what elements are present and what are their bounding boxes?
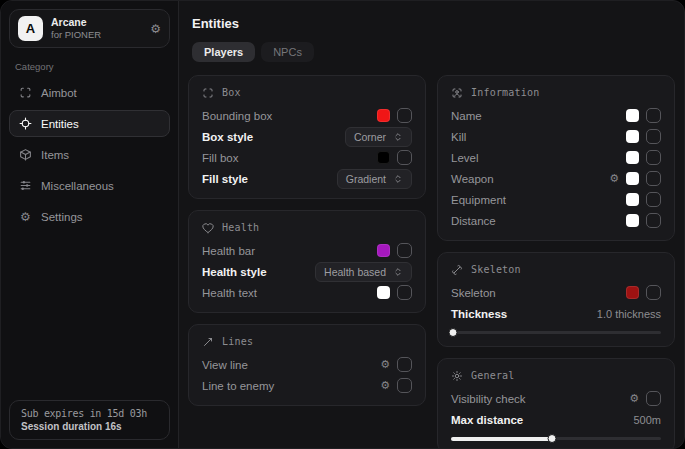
row-weapon: Weapon ⚙ [451,168,661,189]
color-swatch[interactable] [626,109,639,122]
settings-gear-icon[interactable]: ⚙ [150,23,161,35]
slider-thumb[interactable] [449,328,458,337]
tab-bar: Players NPCs [192,42,675,62]
color-swatch[interactable] [377,244,390,257]
health-text-checkbox[interactable] [397,285,412,300]
right-column: Information Name Kill [437,75,675,448]
sidebar-item-items[interactable]: Items [9,141,170,168]
row-fill-box: Fill box [202,147,412,168]
kill-checkbox[interactable] [646,129,661,144]
row-fill-style: Fill style Gradient [202,168,412,189]
card-skeleton: Skeleton Skeleton Thickness 1.0 thicknes… [437,252,675,347]
card-general-header: General [451,368,661,383]
row-distance: Distance [451,210,661,231]
row-skeleton: Skeleton [451,282,661,303]
brand-card: A Arcane for PIONER ⚙ [9,9,170,48]
person-scan-icon [451,87,463,99]
visibility-check-gear-icon[interactable]: ⚙ [629,393,639,404]
sidebar-item-entities[interactable]: Entities [9,110,170,137]
row-level: Level [451,147,661,168]
category-label: Category [15,61,164,72]
sidebar-item-label: Items [41,149,69,161]
row-name: Name [451,105,661,126]
session-duration-text: Session duration 16s [21,421,158,432]
color-swatch[interactable] [626,151,639,164]
row-view-line: View line ⚙ [202,354,412,375]
app-window: A Arcane for PIONER ⚙ Category Aimbot En… [0,0,685,449]
slider-thumb[interactable] [547,434,556,443]
card-skeleton-header: Skeleton [451,262,661,277]
slider-fill [451,437,552,441]
thickness-slider[interactable] [451,328,661,337]
target-icon [19,117,32,130]
bounding-box-icon [202,87,214,99]
skeleton-checkbox[interactable] [646,285,661,300]
app-logo: A [18,16,43,41]
card-title: Lines [222,336,253,347]
visibility-check-checkbox[interactable] [646,391,661,406]
color-swatch[interactable] [626,214,639,227]
card-box: Box Bounding box Box style Corner [188,75,426,199]
box-style-dropdown[interactable]: Corner [345,127,412,147]
card-information: Information Name Kill [437,75,675,241]
sidebar-item-settings[interactable]: ⚙ Settings [9,203,170,230]
distance-checkbox[interactable] [646,213,661,228]
weapon-checkbox[interactable] [646,171,661,186]
card-information-header: Information [451,85,661,100]
sidebar-item-aimbot[interactable]: Aimbot [9,79,170,106]
fill-style-dropdown[interactable]: Gradient [337,169,412,189]
package-icon [19,148,32,161]
card-title: Box [222,87,241,98]
line-to-enemy-gear-icon[interactable]: ⚙ [380,380,390,391]
tab-players[interactable]: Players [192,42,255,62]
row-bounding-box: Bounding box [202,105,412,126]
equipment-checkbox[interactable] [646,192,661,207]
card-lines-header: Lines [202,334,412,349]
row-visibility-check: Visibility check ⚙ [451,388,661,409]
tab-npcs[interactable]: NPCs [261,42,314,62]
scan-icon [19,86,32,99]
color-swatch[interactable] [377,286,390,299]
left-column: Box Bounding box Box style Corner [188,75,426,448]
sub-expiry-text: Sub expires in 15d 03h [21,408,158,419]
card-title: Skeleton [471,264,521,275]
card-box-header: Box [202,85,412,100]
chevrons-up-down-icon [393,174,403,184]
health-bar-checkbox[interactable] [397,243,412,258]
card-title: General [471,370,515,381]
row-health-text: Health text [202,282,412,303]
max-distance-value: 500m [633,414,661,426]
level-checkbox[interactable] [646,150,661,165]
card-health: Health Health bar Health style Health ba… [188,210,426,313]
sidebar-item-label: Entities [41,118,79,130]
color-swatch[interactable] [626,286,639,299]
fill-box-checkbox[interactable] [397,150,412,165]
card-health-header: Health [202,220,412,235]
sidebar-item-miscellaneous[interactable]: Miscellaneous [9,172,170,199]
app-subtitle: for PIONER [51,29,142,41]
view-line-gear-icon[interactable]: ⚙ [380,359,390,370]
line-to-enemy-checkbox[interactable] [397,378,412,393]
color-swatch[interactable] [626,130,639,143]
name-checkbox[interactable] [646,108,661,123]
sidebar: A Arcane for PIONER ⚙ Category Aimbot En… [1,1,179,448]
card-title: Health [222,222,259,233]
card-lines: Lines View line ⚙ Line to enemy ⚙ [188,324,426,406]
weapon-gear-icon[interactable]: ⚙ [609,173,619,184]
sliders-icon [19,179,32,192]
bounding-box-checkbox[interactable] [397,108,412,123]
gear-icon: ⚙ [19,210,32,223]
chevrons-up-down-icon [393,267,403,277]
color-swatch[interactable] [377,151,390,164]
health-style-dropdown[interactable]: Health based [315,262,412,282]
color-swatch[interactable] [626,193,639,206]
color-swatch[interactable] [377,109,390,122]
settings-columns: Box Bounding box Box style Corner [188,75,675,448]
page-title: Entities [192,16,675,31]
view-line-checkbox[interactable] [397,357,412,372]
health-icon [202,222,214,234]
app-name: Arcane [51,16,142,29]
slider-track [451,331,661,334]
color-swatch[interactable] [626,172,639,185]
max-distance-slider[interactable] [451,434,661,443]
